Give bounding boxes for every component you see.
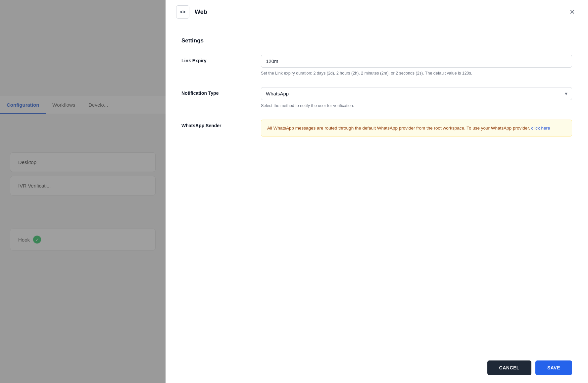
notification-type-helper: Select the method to notify the user for…: [261, 103, 572, 109]
save-button[interactable]: SAVE: [535, 360, 572, 375]
link-expiry-input[interactable]: [261, 55, 572, 68]
whatsapp-sender-row: WhatsApp Sender All WhatsApp messages ar…: [181, 120, 572, 137]
settings-section-title: Settings: [181, 37, 572, 44]
link-expiry-control: Set the Link expiry duration: 2 days (2d…: [261, 55, 572, 77]
modal-panel: <> Web ✕ Settings Link Expiry Set the Li…: [166, 0, 588, 383]
overlay: [0, 0, 166, 383]
link-expiry-row: Link Expiry Set the Link expiry duration…: [181, 55, 572, 77]
notification-type-row: Notification Type WhatsApp SMS Email ▾ S…: [181, 87, 572, 109]
whatsapp-sender-control: All WhatsApp messages are routed through…: [261, 120, 572, 137]
modal-header: <> Web ✕: [166, 0, 588, 24]
warning-text-before: All WhatsApp messages are routed through…: [267, 126, 531, 131]
close-icon: ✕: [569, 8, 575, 16]
whatsapp-click-here-link[interactable]: click here: [531, 126, 550, 131]
notification-type-label: Notification Type: [181, 87, 248, 109]
notification-type-control: WhatsApp SMS Email ▾ Select the method t…: [261, 87, 572, 109]
modal-footer: CANCEL SAVE: [166, 353, 588, 383]
notification-type-select[interactable]: WhatsApp SMS Email: [261, 87, 572, 100]
link-expiry-helper: Set the Link expiry duration: 2 days (2d…: [261, 70, 572, 77]
modal-body: Settings Link Expiry Set the Link expiry…: [166, 24, 588, 353]
link-expiry-label: Link Expiry: [181, 55, 248, 77]
notification-type-select-wrapper: WhatsApp SMS Email ▾: [261, 87, 572, 100]
close-button[interactable]: ✕: [567, 7, 577, 17]
modal-title: Web: [195, 9, 562, 16]
whatsapp-sender-label: WhatsApp Sender: [181, 120, 248, 137]
cancel-button[interactable]: CANCEL: [487, 360, 531, 375]
code-icon-button[interactable]: <>: [176, 5, 189, 19]
whatsapp-warning-box: All WhatsApp messages are routed through…: [261, 120, 572, 137]
